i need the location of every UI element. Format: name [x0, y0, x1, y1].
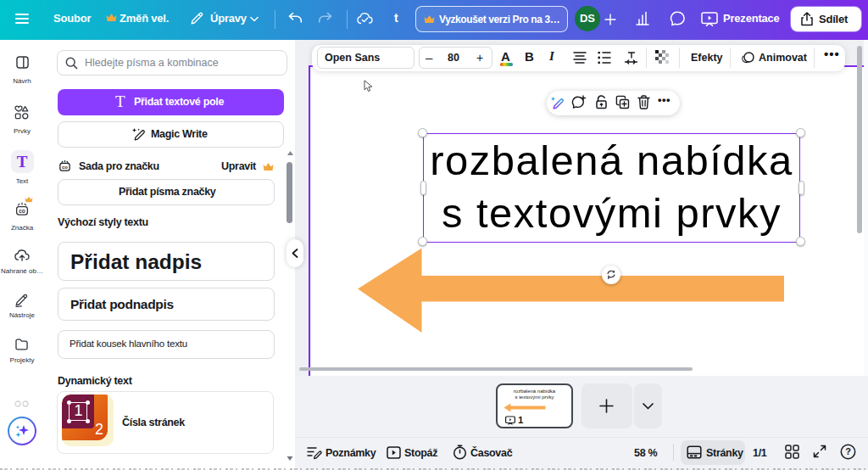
svg-text:?: ? — [845, 446, 851, 456]
svg-text:co: co — [19, 208, 25, 214]
svg-text:co: co — [62, 165, 68, 170]
